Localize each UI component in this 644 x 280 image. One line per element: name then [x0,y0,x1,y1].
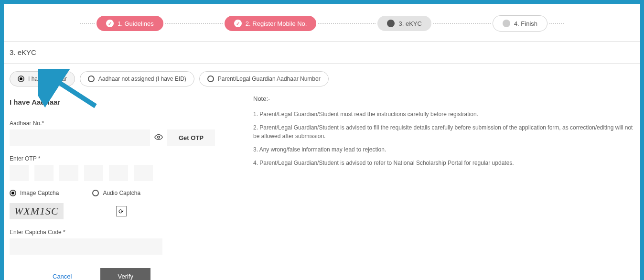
captcha-type-row: Image Captcha Audio Captcha [10,190,215,196]
cancel-button[interactable]: Cancel [53,273,72,280]
otp-row [10,165,215,181]
note-item: 4. Parent/Legal Guardian/Student is advi… [253,159,634,167]
note-item: 3. Any wrong/false information may lead … [253,145,634,154]
step-register-mobile[interactable]: ✓ 2. Register Mobile No. [225,16,317,31]
step-guidelines[interactable]: ✓ 1. Guidelines [97,16,163,31]
radio-label: I have Aadhaar [28,75,67,82]
step-finish[interactable]: 4. Finish [493,15,547,32]
connector [549,23,564,24]
aadhaar-row: Get OTP [10,129,215,146]
captcha-row: WXM1SC ⟳ [10,203,215,219]
get-otp-button[interactable]: Get OTP [167,129,215,146]
step-label: 1. Guidelines [118,20,154,27]
button-row: Cancel Verify [10,268,215,280]
radio-label: Parent/Legal Guardian Aadhaar Number [218,75,321,82]
note-item: 1. Parent/Legal Guardian/Student must re… [253,110,634,118]
check-icon: ✓ [106,20,114,27]
audio-captcha-radio[interactable]: Audio Captcha [92,190,140,196]
step-ekyc[interactable]: 3. eKYC [377,16,431,31]
refresh-icon: ⟳ [118,208,124,215]
check-icon: ✓ [234,20,242,27]
captcha-input[interactable] [10,238,162,255]
otp-box-3[interactable] [59,165,78,181]
connector [433,23,491,24]
captcha-input-label: Enter Captcha Code * [10,229,215,236]
form-column: I have Aadhaar Aadhaar No.* Get OTP Ente… [10,95,215,280]
refresh-captcha-button[interactable]: ⟳ [116,206,127,216]
stepper: ✓ 1. Guidelines ✓ 2. Register Mobile No.… [4,4,640,41]
otp-box-2[interactable] [34,165,54,181]
image-captcha-radio[interactable]: Image Captcha [10,190,59,196]
otp-box-4[interactable] [84,165,103,181]
radio-icon [10,190,16,196]
step-label: 4. Finish [514,20,537,27]
option-have-eid[interactable]: Aadhaar not assigned (I have EID) [80,71,194,86]
connector [80,23,95,24]
dot-icon [503,20,510,27]
radio-icon [92,190,99,196]
connector [165,23,223,24]
radio-icon [18,75,24,82]
svg-point-0 [158,136,160,138]
connector [318,23,376,24]
radio-label: Audio Captcha [103,190,140,196]
radio-icon [88,75,95,82]
verify-button[interactable]: Verify [100,268,150,280]
notes-column: Note:- 1. Parent/Legal Guardian/Student … [234,95,634,280]
captcha-image: WXM1SC [10,203,64,219]
otp-label: Enter OTP * [10,155,215,162]
step-label: 3. eKYC [398,20,421,27]
option-guardian-aadhaar[interactable]: Parent/Legal Guardian Aadhaar Number [199,71,329,86]
toggle-visibility-button[interactable] [150,129,167,146]
option-have-aadhaar[interactable]: I have Aadhaar [10,71,75,86]
step-label: 2. Register Mobile No. [246,20,307,27]
eye-icon [154,133,163,143]
main-columns: I have Aadhaar Aadhaar No.* Get OTP Ente… [4,91,640,280]
radio-icon [207,75,214,82]
section-title: 3. eKYC [4,42,640,64]
form-heading: I have Aadhaar [10,95,215,113]
page-container: ✓ 1. Guidelines ✓ 2. Register Mobile No.… [4,4,640,280]
radio-label: Image Captcha [20,190,59,196]
otp-box-1[interactable] [10,165,29,181]
aadhaar-option-row: I have Aadhaar Aadhaar not assigned (I h… [4,64,640,91]
otp-box-5[interactable] [109,165,128,181]
note-item: 2. Parent/Legal Guardian/Student is advi… [253,123,634,140]
radio-label: Aadhaar not assigned (I have EID) [98,75,186,82]
aadhaar-input[interactable] [10,129,150,146]
aadhaar-label: Aadhaar No.* [10,120,215,127]
dot-icon [387,20,395,27]
note-title: Note:- [253,95,634,102]
otp-box-6[interactable] [134,165,153,181]
